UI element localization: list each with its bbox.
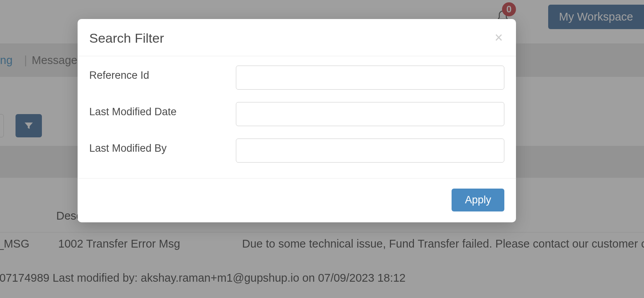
modal-title: Search Filter	[89, 31, 164, 46]
input-last-modified-by[interactable]	[236, 139, 504, 163]
modal-footer: Apply	[78, 178, 516, 222]
search-filter-modal: Search Filter × Reference Id Last Modifi…	[78, 19, 516, 222]
modal-header: Search Filter ×	[78, 19, 516, 56]
label-last-modified-date: Last Modified Date	[89, 102, 236, 118]
form-row-last-modified-by: Last Modified By	[89, 139, 504, 163]
form-row-last-modified-date: Last Modified Date	[89, 102, 504, 126]
input-reference-id[interactable]	[236, 66, 504, 90]
modal-body: Reference Id Last Modified Date Last Mod…	[78, 56, 516, 178]
modal-close-button[interactable]: ×	[493, 31, 504, 45]
apply-button[interactable]: Apply	[452, 189, 504, 211]
form-row-reference-id: Reference Id	[89, 66, 504, 90]
close-icon: ×	[495, 29, 503, 45]
label-last-modified-by: Last Modified By	[89, 139, 236, 154]
label-reference-id: Reference Id	[89, 66, 236, 81]
input-last-modified-date[interactable]	[236, 102, 504, 126]
